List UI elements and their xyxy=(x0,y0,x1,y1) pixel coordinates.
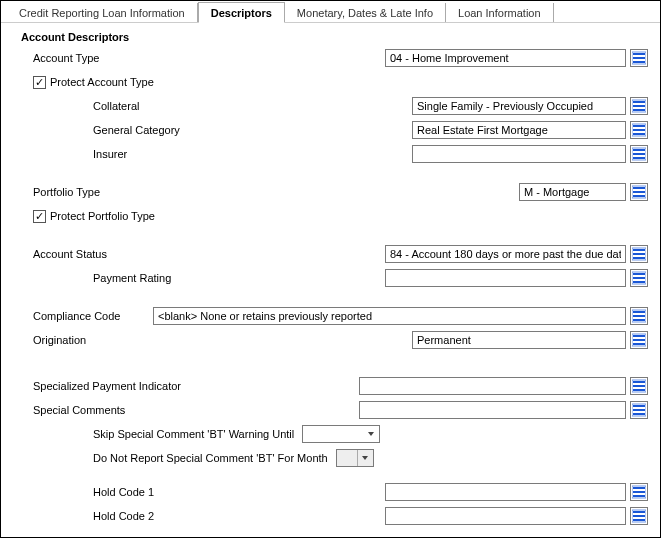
chevron-down-icon[interactable] xyxy=(363,426,379,442)
skip-special-comment-combo[interactable] xyxy=(302,425,380,443)
label-collateral: Collateral xyxy=(93,100,139,112)
label-origination: Origination xyxy=(33,334,86,346)
compliance-code-input[interactable] xyxy=(153,307,626,325)
specialized-payment-indicator-lookup-button[interactable] xyxy=(630,377,648,395)
label-payment-rating: Payment Rating xyxy=(93,272,171,284)
hold-code-2-lookup-button[interactable] xyxy=(630,507,648,525)
label-protect-portfolio-type: Protect Portfolio Type xyxy=(50,210,155,222)
section-title: Account Descriptors xyxy=(21,31,650,43)
label-special-comments: Special Comments xyxy=(33,404,125,416)
protect-account-type-checkbox[interactable] xyxy=(33,76,46,89)
general-category-input[interactable] xyxy=(412,121,626,139)
payment-rating-lookup-button[interactable] xyxy=(630,269,648,287)
insurer-lookup-button[interactable] xyxy=(630,145,648,163)
label-skip-special-comment: Skip Special Comment 'BT' Warning Until xyxy=(93,428,294,440)
origination-lookup-button[interactable] xyxy=(630,331,648,349)
hold-code-2-input[interactable] xyxy=(385,507,626,525)
account-type-input[interactable] xyxy=(385,49,626,67)
label-protect-account-type: Protect Account Type xyxy=(50,76,154,88)
portfolio-type-input[interactable] xyxy=(519,183,626,201)
compliance-code-lookup-button[interactable] xyxy=(630,307,648,325)
label-account-status: Account Status xyxy=(33,248,107,260)
do-not-report-combo[interactable] xyxy=(336,449,374,467)
label-do-not-report: Do Not Report Special Comment 'BT' For M… xyxy=(93,452,328,464)
label-compliance-code: Compliance Code xyxy=(33,310,153,322)
label-general-category: General Category xyxy=(93,124,180,136)
specialized-payment-indicator-input[interactable] xyxy=(359,377,626,395)
collateral-input[interactable] xyxy=(412,97,626,115)
tab-loan-information[interactable]: Loan Information xyxy=(446,3,554,22)
hold-code-1-input[interactable] xyxy=(385,483,626,501)
tab-credit-reporting[interactable]: Credit Reporting Loan Information xyxy=(7,3,198,22)
label-account-type: Account Type xyxy=(33,52,99,64)
tab-monetary-dates[interactable]: Monetary, Dates & Late Info xyxy=(285,3,446,22)
label-portfolio-type: Portfolio Type xyxy=(33,186,100,198)
tab-descriptors[interactable]: Descriptors xyxy=(198,2,285,23)
label-hold-code-1: Hold Code 1 xyxy=(93,486,154,498)
hold-code-1-lookup-button[interactable] xyxy=(630,483,648,501)
skip-special-comment-input[interactable] xyxy=(303,426,363,442)
account-type-lookup-button[interactable] xyxy=(630,49,648,67)
chevron-down-icon[interactable] xyxy=(357,450,373,466)
portfolio-type-lookup-button[interactable] xyxy=(630,183,648,201)
label-hold-code-2: Hold Code 2 xyxy=(93,510,154,522)
do-not-report-input[interactable] xyxy=(337,450,357,466)
account-status-input[interactable] xyxy=(385,245,626,263)
tab-bar: Credit Reporting Loan Information Descri… xyxy=(1,1,660,23)
special-comments-lookup-button[interactable] xyxy=(630,401,648,419)
label-insurer: Insurer xyxy=(93,148,127,160)
label-specialized-payment-indicator: Specialized Payment Indicator xyxy=(33,380,181,392)
payment-rating-input[interactable] xyxy=(385,269,626,287)
special-comments-input[interactable] xyxy=(359,401,626,419)
account-status-lookup-button[interactable] xyxy=(630,245,648,263)
origination-input[interactable] xyxy=(412,331,626,349)
protect-portfolio-type-checkbox[interactable] xyxy=(33,210,46,223)
general-category-lookup-button[interactable] xyxy=(630,121,648,139)
insurer-input[interactable] xyxy=(412,145,626,163)
collateral-lookup-button[interactable] xyxy=(630,97,648,115)
